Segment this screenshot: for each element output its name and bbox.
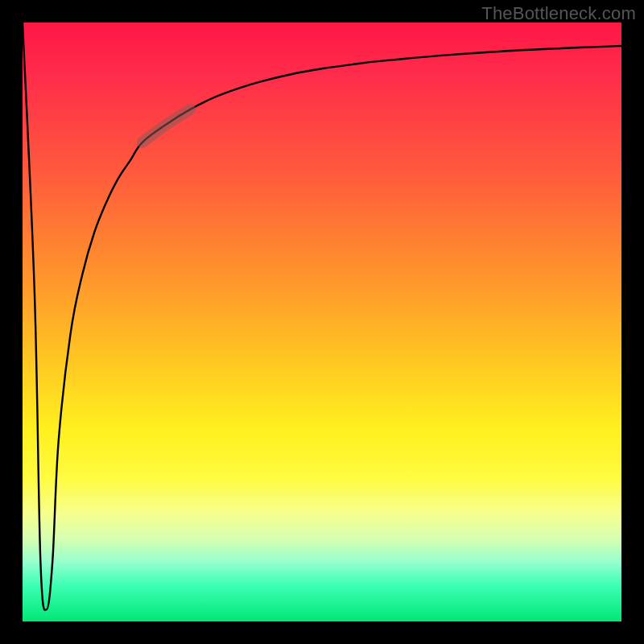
- watermark-text: TheBottleneck.com: [481, 3, 636, 24]
- highlight-segment: [142, 109, 191, 142]
- bottleneck-curve: [23, 23, 621, 610]
- curve-svg: [23, 23, 621, 621]
- chart-frame: TheBottleneck.com: [0, 0, 644, 644]
- plot-area: [23, 23, 621, 621]
